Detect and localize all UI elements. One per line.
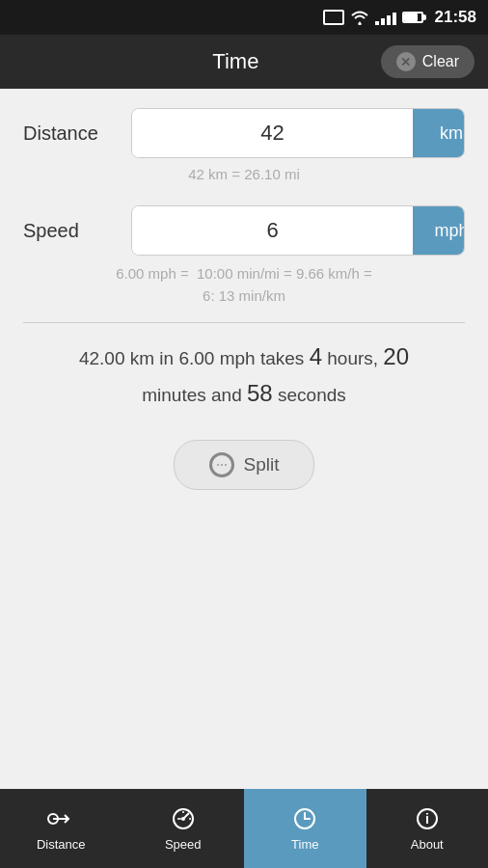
nav-item-about[interactable]: i About	[366, 789, 489, 868]
speed-input[interactable]	[132, 206, 413, 255]
clear-label: Clear	[422, 53, 459, 70]
speed-input-group: mph	[131, 205, 465, 256]
nav-item-time[interactable]: Time	[244, 789, 366, 868]
status-time: 21:58	[435, 8, 476, 27]
screen-icon	[323, 10, 344, 25]
split-button-wrapper: Split	[23, 440, 465, 490]
clear-x-icon: ✕	[396, 52, 416, 71]
time-nav-icon	[291, 805, 318, 832]
divider	[23, 322, 465, 323]
distance-conversion: 42 km = 26.10 mi	[23, 166, 465, 182]
wifi-icon	[350, 10, 369, 25]
speed-conversion: 6.00 mph = 10:00 min/mi = 9.66 km/h =6: …	[23, 263, 465, 307]
distance-unit-button[interactable]: km	[413, 109, 465, 157]
battery-icon	[402, 12, 423, 23]
nav-item-speed[interactable]: Speed	[122, 789, 245, 868]
svg-text:i: i	[425, 811, 429, 827]
split-label: Split	[244, 454, 280, 475]
result-text: 42.00 km in 6.00 mph takes 4 hours, 20 m…	[23, 339, 465, 413]
speed-unit-button[interactable]: mph	[413, 206, 465, 255]
bottom-nav: Distance Speed Time	[0, 789, 488, 868]
header: Time ✕ Clear	[0, 35, 488, 89]
split-icon	[209, 452, 234, 477]
nav-item-distance[interactable]: Distance	[0, 789, 122, 868]
nav-label-about: About	[411, 837, 444, 852]
distance-nav-icon	[47, 805, 74, 832]
distance-label: Distance	[23, 122, 120, 145]
split-button[interactable]: Split	[174, 440, 315, 490]
result-hours: 4	[310, 343, 322, 369]
distance-input[interactable]	[132, 109, 413, 157]
distance-input-group: km	[131, 108, 465, 158]
page-title: Time	[91, 49, 381, 74]
result-seconds: 58	[247, 380, 273, 406]
about-nav-icon: i	[414, 805, 441, 832]
nav-label-distance: Distance	[37, 837, 86, 852]
status-bar: 21:58	[0, 0, 488, 35]
result-minutes: 20	[383, 343, 409, 369]
nav-label-time: Time	[291, 837, 318, 852]
speed-nav-icon	[170, 805, 197, 832]
speed-row: Speed mph	[23, 205, 465, 256]
main-content: Distance km 42 km = 26.10 mi Speed mph 6…	[0, 89, 488, 789]
clear-button[interactable]: ✕ Clear	[381, 45, 474, 78]
status-icons: 21:58	[323, 8, 476, 27]
nav-label-speed: Speed	[165, 837, 202, 852]
signal-bars	[375, 10, 396, 25]
distance-row: Distance km	[23, 108, 465, 158]
speed-label: Speed	[23, 220, 120, 242]
